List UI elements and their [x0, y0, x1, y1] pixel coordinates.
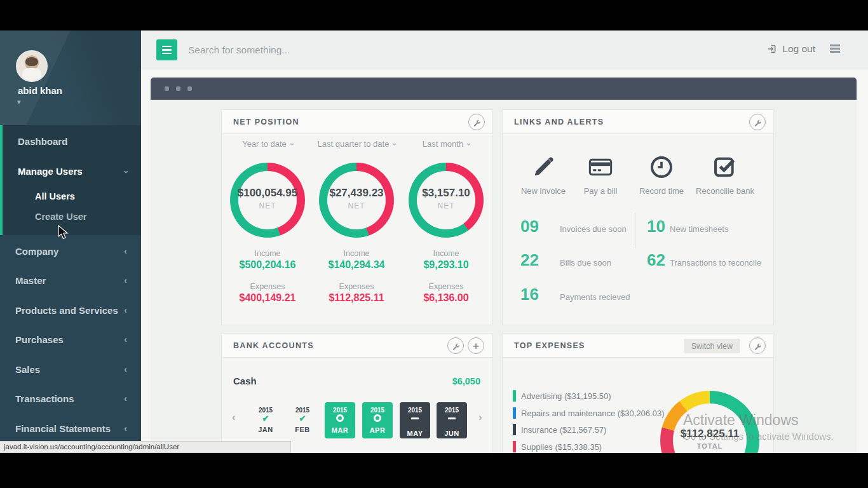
quick-link-label: Record time: [628, 186, 695, 196]
app-screen: abid khan ▾ Dashboard Manage Users ‹ All…: [0, 30, 868, 453]
chevron-left-icon: ‹: [124, 275, 127, 285]
logout-label: Log out: [782, 43, 815, 54]
alert-count: 09: [520, 217, 539, 236]
sidebar-item-purchases[interactable]: Purchases: [15, 334, 64, 345]
legend-label: Supplies ($15,338.35): [521, 442, 602, 452]
hamburger-icon: [162, 46, 172, 48]
settings-wrench-icon[interactable]: [468, 114, 485, 130]
credit-card-icon: [567, 154, 634, 182]
chevron-down-icon: ‹: [390, 143, 398, 146]
legend-swatch: [513, 390, 516, 402]
settings-wrench-icon[interactable]: [447, 337, 464, 354]
legend-swatch: [513, 441, 516, 452]
income-label: Income: [398, 249, 494, 258]
sidebar-item-manage-users[interactable]: Manage Users ‹: [18, 166, 83, 177]
panel-title: TOP EXPENSES: [514, 341, 585, 350]
dashboard-content: NET POSITION Year to date‹ $100,054.95 N…: [151, 100, 857, 453]
sidebar-item-company[interactable]: Company: [15, 246, 58, 257]
chevron-left-icon: ‹: [124, 305, 127, 315]
alert-count: 16: [520, 285, 539, 304]
mouse-cursor: [57, 225, 70, 240]
sidebar-item-transactions[interactable]: Transactions: [15, 393, 74, 404]
circle-icon: [325, 414, 355, 424]
income-label: Income: [309, 249, 404, 258]
sidebar-item-label: Master: [15, 275, 46, 286]
month-tile[interactable]: 2015 JUN: [437, 402, 467, 438]
alert-label: Invoices due soon: [560, 224, 627, 234]
income-value: $140,294.34: [309, 259, 404, 271]
month-tile[interactable]: 2015 ✔ FEB: [287, 402, 318, 438]
quick-link-reconcile-bank[interactable]: Reconcille bank: [692, 154, 758, 196]
chevron-down-icon: ‹: [464, 143, 473, 146]
activate-windows-watermark-sub: Go to Settings to activate Windows.: [683, 431, 834, 442]
sidebar-item-products-services[interactable]: Products and Services: [15, 305, 118, 316]
net-period-column: Last quarter to date‹ $27,439.23 NET Inc…: [309, 139, 404, 304]
pencil-icon: [510, 154, 576, 182]
chevron-down-icon: ‹: [119, 170, 130, 173]
period-dropdown[interactable]: Year to date‹: [220, 139, 315, 149]
month-tile[interactable]: 2015 ✔ JAN: [250, 402, 281, 438]
alert-count: 10: [647, 217, 665, 236]
expenses-value: $6,136.00: [398, 292, 494, 304]
tasks-list-icon[interactable]: [830, 44, 840, 54]
sidebar-item-all-users[interactable]: All Users: [35, 191, 75, 201]
alert-label: Payments recieved: [560, 292, 630, 302]
search-input[interactable]: [188, 39, 569, 60]
user-name: abid khan: [18, 85, 62, 96]
settings-wrench-icon[interactable]: [749, 337, 766, 354]
expenses-label: Expenses: [398, 282, 494, 291]
quick-link-pay-bill[interactable]: Pay a bill: [567, 154, 634, 196]
links-alerts-panel: LINKS AND ALERTS New invoice Pay a bill: [502, 109, 774, 325]
switch-view-button[interactable]: Switch view: [684, 339, 740, 353]
net-caption: NET: [409, 201, 484, 210]
check-icon: ✔: [287, 414, 318, 423]
quick-link-new-invoice[interactable]: New invoice: [510, 154, 576, 196]
prev-month-icon[interactable]: ‹: [232, 411, 236, 424]
expenses-value: $112,825.11: [309, 292, 404, 304]
window-dot-icon[interactable]: [176, 86, 180, 91]
alert-count: 22: [520, 250, 539, 270]
alert-label: Transactions to reconcile: [670, 258, 761, 268]
sidebar-item-sales[interactable]: Sales: [15, 364, 40, 375]
net-donut-chart: $3,157.10 NET: [409, 163, 484, 238]
sidebar-item-dashboard[interactable]: Dashboard: [18, 136, 67, 147]
chevron-left-icon: ‹: [124, 393, 127, 403]
topbar: Log out: [141, 30, 868, 70]
sidebar-item-label: Create User: [35, 212, 86, 222]
next-month-icon[interactable]: ›: [478, 411, 482, 424]
avatar[interactable]: [16, 50, 48, 82]
window-dot-icon[interactable]: [187, 86, 192, 91]
period-dropdown[interactable]: Last quarter to date‹: [309, 139, 404, 149]
sidebar-item-create-user[interactable]: Create User: [35, 212, 86, 222]
menu-toggle-button[interactable]: [156, 39, 177, 60]
chevron-down-icon[interactable]: ▾: [17, 98, 21, 106]
sidebar-item-label: Transactions: [15, 393, 74, 404]
sidebar-item-label: Financial Statements: [15, 423, 111, 434]
window-bar: [151, 78, 857, 100]
legend-label: Advertising ($31,195.50): [521, 391, 611, 401]
window-dot-icon[interactable]: [165, 86, 169, 91]
month-tile[interactable]: 2015 APR: [362, 402, 393, 438]
sidebar-item-financial-statements[interactable]: Financial Statements: [15, 423, 111, 434]
chevron-left-icon: ‹: [124, 423, 127, 433]
quick-link-label: Pay a bill: [567, 186, 634, 196]
settings-wrench-icon[interactable]: [749, 114, 766, 130]
sidebar-item-master[interactable]: Master: [15, 275, 46, 286]
legend-swatch: [513, 424, 516, 435]
checkbox-check-icon: [692, 154, 758, 182]
add-account-icon[interactable]: +: [468, 337, 484, 354]
logout-button[interactable]: Log out: [767, 43, 815, 55]
quick-link-record-time[interactable]: Record time: [628, 154, 695, 196]
account-balance: $6,050: [452, 376, 480, 386]
period-dropdown[interactable]: Last month‹: [398, 139, 494, 149]
sidebar-user-section: abid khan ▾: [0, 30, 141, 125]
net-period-column: Year to date‹ $100,054.95 NET Income $50…: [220, 139, 315, 304]
bank-accounts-panel: BANK ACCOUNTS + Cash $6,050 ‹ › 2015 ✔ J…: [221, 333, 492, 453]
account-name[interactable]: Cash: [233, 376, 257, 386]
dash-icon: [437, 417, 467, 427]
quick-link-label: Reconcille bank: [692, 186, 758, 196]
expenses-label: Expenses: [309, 282, 404, 291]
sidebar-item-label: Sales: [15, 364, 40, 375]
month-tile[interactable]: 2015 MAR: [325, 402, 355, 438]
month-tile[interactable]: 2015 MAY: [400, 402, 430, 438]
